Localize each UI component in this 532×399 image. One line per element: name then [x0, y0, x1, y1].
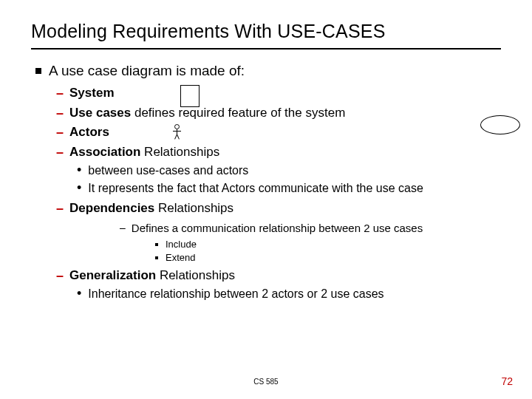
- item-generalization: – Generalization Relationships: [56, 267, 501, 284]
- square-small-icon: [155, 256, 158, 259]
- assoc-sub-1: • between use-cases and actors: [77, 163, 501, 179]
- item-gen-rest: Relationships: [156, 268, 235, 282]
- dot-bullet-icon: •: [77, 162, 81, 179]
- deps-extend-text: Extend: [166, 252, 195, 263]
- dash-icon: –: [56, 124, 64, 141]
- gen-sub-1: • Inheritance relationship between 2 act…: [77, 287, 501, 302]
- item-gen-label: Generalization: [69, 268, 156, 282]
- deps-sub-sublist: Include Extend: [155, 239, 501, 263]
- level2-list-cont: – Dependencies Relationships: [56, 200, 501, 217]
- assoc-sub-2-text: It represents the fact that Actors commu…: [88, 181, 423, 196]
- level2-list: – System – Use cases defines required fe…: [56, 85, 501, 160]
- gen-sublist: • Inheritance relationship between 2 act…: [77, 287, 501, 302]
- square-bullet-icon: [35, 68, 41, 74]
- deps-extend: Extend: [155, 252, 501, 263]
- dash-small-icon: –: [120, 222, 126, 233]
- item-association-label: Association: [69, 145, 140, 159]
- slide-title: Modeling Requirements With USE-CASES: [31, 21, 501, 47]
- slide: Modeling Requirements With USE-CASES A u…: [0, 0, 532, 302]
- item-usecases-label: Use cases: [69, 106, 131, 120]
- assoc-sub-2: • It represents the fact that Actors com…: [77, 181, 501, 197]
- item-usecases-rest: defines required feature of the system: [131, 106, 345, 120]
- deps-sub-1: – Defines a communication relationship b…: [120, 222, 501, 234]
- item-association: – Association Relationships: [56, 144, 501, 161]
- assoc-sub-1-text: between use-cases and actors: [88, 163, 248, 178]
- dash-icon: –: [56, 144, 64, 161]
- deps-include: Include: [155, 239, 501, 250]
- footer-course: CS 585: [0, 378, 532, 386]
- actor-stick-icon: [172, 124, 183, 140]
- item-deps-label: Dependencies: [69, 201, 154, 215]
- dot-bullet-icon: •: [77, 180, 81, 197]
- system-rect-icon: [180, 85, 200, 107]
- square-small-icon: [155, 243, 158, 246]
- item-usecases: – Use cases defines required feature of …: [56, 105, 501, 122]
- item-system-label: System: [69, 86, 114, 100]
- dash-icon: –: [56, 267, 64, 284]
- item-deps-rest: Relationships: [154, 201, 233, 215]
- bullet-main-text: A use case diagram is made of:: [49, 63, 245, 79]
- usecase-ellipse-icon: [480, 115, 520, 134]
- assoc-sublist: • between use-cases and actors • It repr…: [77, 163, 501, 196]
- item-actors: – Actors: [56, 124, 501, 141]
- item-system: – System: [56, 85, 501, 102]
- gen-sub-1-text: Inheritance relationship between 2 actor…: [88, 287, 383, 301]
- dot-bullet-icon: •: [77, 285, 81, 302]
- dash-icon: –: [56, 200, 64, 217]
- item-actors-label: Actors: [69, 125, 109, 139]
- footer-page-number: 72: [501, 375, 513, 387]
- dash-icon: –: [56, 105, 64, 122]
- item-dependencies: – Dependencies Relationships: [56, 200, 501, 217]
- dash-icon: –: [56, 85, 64, 102]
- deps-include-text: Include: [166, 239, 197, 250]
- item-association-rest: Relationships: [140, 145, 219, 159]
- deps-sub-1-text: Defines a communication relationship bet…: [132, 222, 423, 234]
- title-rule: [31, 48, 501, 50]
- bullet-main: A use case diagram is made of:: [35, 63, 501, 79]
- level2-list-cont2: – Generalization Relationships: [56, 267, 501, 284]
- deps-sublist: – Defines a communication relationship b…: [120, 222, 501, 234]
